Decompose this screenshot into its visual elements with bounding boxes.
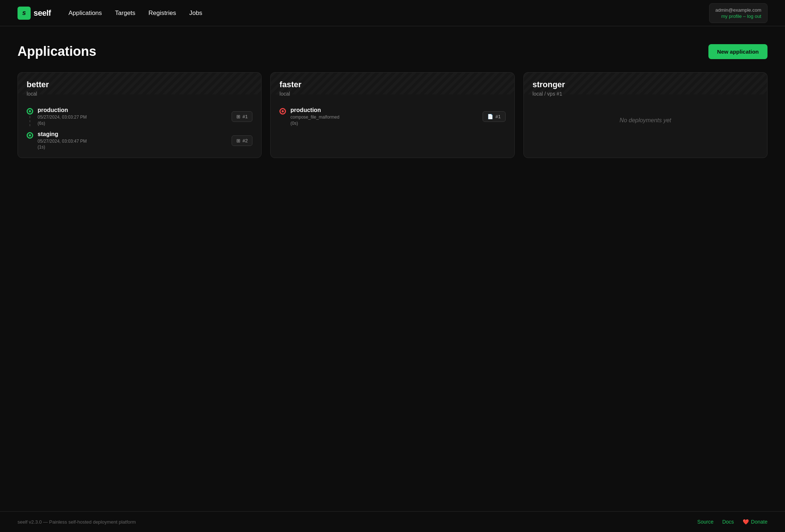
deployments-faster: production compose_file_malformed (0s) 📄…: [271, 103, 514, 134]
deployment-info: staging 05/27/2024, 03:03:47 PM (1s): [38, 131, 87, 151]
main-content: Applications New application better loca…: [0, 26, 785, 511]
app-env-better: local: [27, 91, 252, 97]
heart-icon: ❤️: [743, 519, 749, 525]
footer: seelf v2.3.0 — Painless self-hosted depl…: [0, 511, 785, 532]
app-name-better: better: [27, 80, 252, 89]
app-card-faster[interactable]: faster local production compose_file_mal…: [270, 72, 514, 158]
deployment-name: production: [38, 107, 87, 113]
app-env-stronger: local / vps #1: [533, 91, 758, 97]
app-name-faster: faster: [279, 80, 505, 89]
deployment-time: compose_file_malformed (0s): [290, 114, 339, 127]
card-header-better: better local: [18, 73, 261, 103]
file-icon: ⊞: [236, 138, 240, 143]
nav-link-targets[interactable]: Targets: [115, 9, 135, 17]
nav-link-applications[interactable]: Applications: [69, 9, 102, 17]
deployment-item: production compose_file_malformed (0s) 📄…: [279, 107, 505, 127]
deployment-time: 05/27/2024, 03:03:27 PM (6s): [38, 114, 87, 127]
deployment-icon-wrap: [27, 107, 33, 126]
file-icon: ⊞: [236, 114, 240, 119]
user-menu: admin@example.com my profile – log out: [709, 3, 767, 23]
deployment-icon-wrap: [27, 131, 33, 139]
app-card-better[interactable]: better local production 05/27/2024,: [18, 72, 262, 158]
source-link[interactable]: Source: [697, 519, 714, 525]
card-header-faster: faster local: [271, 73, 514, 103]
new-application-button[interactable]: New application: [708, 44, 767, 59]
deployment-icon-wrap: [279, 107, 286, 115]
file-icon: 📄: [487, 114, 493, 119]
deployment-item: production 05/27/2024, 03:03:27 PM (6s) …: [27, 107, 252, 127]
app-card-stronger[interactable]: stronger local / vps #1 No deployments y…: [523, 72, 767, 158]
logo-icon: s: [18, 7, 31, 20]
log-out-link[interactable]: log out: [747, 14, 761, 19]
deployment-left: production 05/27/2024, 03:03:27 PM (6s): [27, 107, 87, 127]
footer-version: seelf v2.3.0 — Painless self-hosted depl…: [18, 519, 136, 525]
deployment-time: 05/27/2024, 03:03:47 PM (1s): [38, 138, 87, 151]
no-deployments-text: No deployments yet: [524, 103, 767, 138]
deployment-left: staging 05/27/2024, 03:03:47 PM (1s): [27, 131, 87, 151]
deployment-name: production: [290, 107, 339, 113]
navbar: s seelf Applications Targets Registries …: [0, 0, 785, 26]
user-actions: my profile – log out: [715, 14, 761, 19]
separator: –: [743, 14, 747, 19]
deployment-info: production 05/27/2024, 03:03:27 PM (6s): [38, 107, 87, 127]
nav-link-registries[interactable]: Registries: [148, 9, 176, 17]
deployments-better: production 05/27/2024, 03:03:27 PM (6s) …: [18, 103, 261, 158]
user-email: admin@example.com: [715, 7, 761, 13]
navbar-left: s seelf Applications Targets Registries …: [18, 7, 202, 20]
deployment-item: staging 05/27/2024, 03:03:47 PM (1s) ⊞ #…: [27, 131, 252, 151]
deployment-connector: [30, 116, 30, 126]
deployment-badge-faster-1[interactable]: 📄 #1: [483, 111, 505, 122]
page-title: Applications: [18, 44, 96, 59]
footer-right: Source Docs ❤️ Donate: [697, 519, 767, 525]
nav-link-jobs[interactable]: Jobs: [189, 9, 202, 17]
donate-label: Donate: [751, 519, 767, 525]
card-header-stronger: stronger local / vps #1: [524, 73, 767, 103]
page-header: Applications New application: [18, 44, 767, 59]
deployment-left: production compose_file_malformed (0s): [279, 107, 339, 127]
logo[interactable]: s seelf: [18, 7, 51, 20]
my-profile-link[interactable]: my profile: [721, 14, 742, 19]
docs-link[interactable]: Docs: [722, 519, 734, 525]
deployment-name: staging: [38, 131, 87, 138]
status-dot-success: [27, 132, 33, 139]
donate-link[interactable]: ❤️ Donate: [743, 519, 767, 525]
deployment-badge-2[interactable]: ⊞ #2: [232, 135, 252, 146]
logo-text: seelf: [34, 8, 51, 18]
deployment-badge-1[interactable]: ⊞ #1: [232, 111, 252, 122]
app-env-faster: local: [279, 91, 505, 97]
status-dot-error: [279, 108, 286, 115]
app-name-stronger: stronger: [533, 80, 758, 89]
deployment-info: production compose_file_malformed (0s): [290, 107, 339, 127]
status-dot-success: [27, 108, 33, 115]
nav-links: Applications Targets Registries Jobs: [69, 9, 202, 17]
applications-grid: better local production 05/27/2024,: [18, 72, 767, 158]
